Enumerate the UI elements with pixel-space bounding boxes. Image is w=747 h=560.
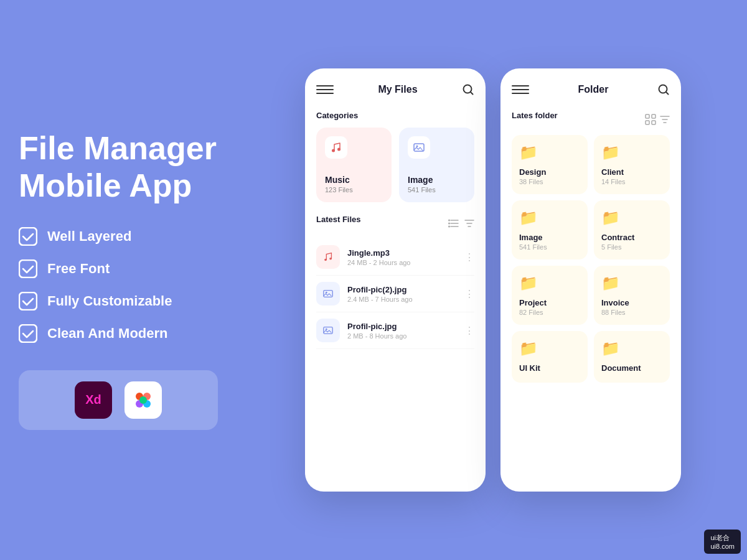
watermark: ui老合 ui8.com [704,530,741,554]
svg-point-20 [324,259,327,261]
folder-document[interactable]: 📁 Document [594,331,670,383]
folder-invoice[interactable]: 📁 Invoice 88 Files [594,266,670,325]
folder-image[interactable]: 📁 Image 541 Files [512,200,588,259]
lates-label: Lates folder [512,111,558,120]
latest-icons [448,219,474,228]
category-music[interactable]: Music 123 Files [316,128,392,202]
phones-area: My Files Categories [305,68,681,492]
latest-label: Latest Files [316,215,361,224]
svg-point-10 [332,149,335,152]
xd-badge: Xd [75,381,112,419]
filter-icon[interactable] [464,219,474,228]
client-name: Client [601,167,624,177]
feature-fully-customizable: Fully Customizable [19,292,280,310]
check-icon [19,292,37,310]
contract-name: Contract [601,233,634,242]
svg-rect-1 [19,260,37,278]
filter-icon2[interactable] [660,115,670,124]
music-icon-wrap [325,136,347,159]
folder-project[interactable]: 📁 Project 82 Files [512,266,588,325]
svg-point-13 [416,146,418,147]
music-file-icon [322,251,334,263]
music-count: 123 Files [325,186,383,194]
hamburger-icon[interactable] [316,81,334,98]
tool-badges: Xd [19,370,218,430]
profil2-name: Profil-pic(2).jpg [347,285,457,294]
jingle-name: Jingle.mp3 [347,248,457,258]
svg-rect-30 [652,121,655,124]
categories-label: Categories [316,111,474,120]
feature-free-font: Free Font [19,259,280,278]
project-name: Project [519,298,547,307]
design-count: 38 Files [519,178,543,185]
phone-folder: Folder Lates folder [500,68,681,492]
search-icon2[interactable] [657,83,670,96]
profil-icon [316,319,340,342]
folder-icon-uikit: 📁 [519,340,538,357]
feature-well-layered: Well Layered [19,227,280,246]
folder-icon-invoice: 📁 [601,274,620,292]
image-icon [413,141,425,154]
svg-rect-29 [646,121,649,124]
search-icon[interactable] [462,83,474,96]
folder-design[interactable]: 📁 Design 38 Files [512,135,588,194]
folder-contract[interactable]: 📁 Contract 5 Files [594,200,670,259]
profil2-info: Profil-pic(2).jpg 2.4 MB - 7 Hours ago [347,285,457,303]
folder-icon-document: 📁 [601,340,620,357]
svg-point-17 [448,219,450,221]
profil-info: Profil-pic.jpg 2 MB - 8 Hours ago [347,322,457,340]
document-name: Document [601,363,641,373]
list-icon[interactable] [448,219,459,228]
jingle-icon [316,245,340,269]
profil-meta: 2 MB - 8 Hours ago [347,332,457,340]
svg-point-11 [337,148,341,151]
category-image[interactable]: Image 541 Files [399,128,474,202]
folder-client[interactable]: 📁 Client 14 Files [594,135,670,194]
invoice-name: Invoice [601,298,629,307]
image-folder-count: 541 Files [519,243,547,251]
hamburger-icon2[interactable] [512,81,529,98]
svg-rect-3 [19,325,37,342]
file-item-profil[interactable]: Profil-pic.jpg 2 MB - 8 Hours ago ⋮ [316,312,474,349]
phone1-title: My Files [378,84,417,95]
file-item-profil2[interactable]: Profil-pic(2).jpg 2.4 MB - 7 Hours ago ⋮ [316,276,474,312]
profil-more[interactable]: ⋮ [464,325,474,337]
file-item-jingle[interactable]: Jingle.mp3 24 MB - 2 Hours ago ⋮ [316,239,474,276]
project-count: 82 Files [519,309,543,316]
jingle-info: Jingle.mp3 24 MB - 2 Hours ago [347,248,457,266]
jingle-meta: 24 MB - 2 Hours ago [347,259,457,266]
grid-icon[interactable] [645,114,656,125]
svg-rect-28 [652,114,655,118]
profil2-meta: 2.4 MB - 7 Hours ago [347,296,457,303]
lates-header: Lates folder [512,111,670,128]
feature-list: Well Layered Free Font Fully Customizabl… [19,227,280,343]
client-count: 14 Files [601,178,626,185]
profil2-icon [316,282,340,306]
design-name: Design [519,167,546,177]
left-panel: File Manager Mobile App Well Layered Fre… [19,130,280,430]
invoice-count: 88 Files [601,309,626,316]
check-icon [19,324,37,343]
image-file-icon [322,288,334,299]
svg-rect-2 [19,292,37,310]
app-title: File Manager Mobile App [19,130,280,205]
image-name: Image [408,175,466,185]
uikit-name: UI Kit [519,363,540,373]
check-icon [19,227,37,246]
figma-badge [125,381,162,419]
folder-uikit[interactable]: 📁 UI Kit [512,331,588,383]
profil-name: Profil-pic.jpg [347,322,457,331]
svg-point-18 [448,222,450,224]
svg-point-23 [326,292,327,294]
jingle-more[interactable]: ⋮ [464,251,474,263]
music-note-icon [330,141,342,154]
image-icon-wrap [408,136,430,159]
latest-header: Latest Files [316,215,474,231]
svg-rect-0 [19,228,37,245]
profil2-more[interactable]: ⋮ [464,288,474,300]
folder-icon-contract: 📁 [601,209,620,226]
watermark-line1: ui老合 [710,533,735,543]
music-name: Music [325,175,383,185]
contract-count: 5 Files [601,243,621,251]
folder-icon-client: 📁 [601,144,620,161]
